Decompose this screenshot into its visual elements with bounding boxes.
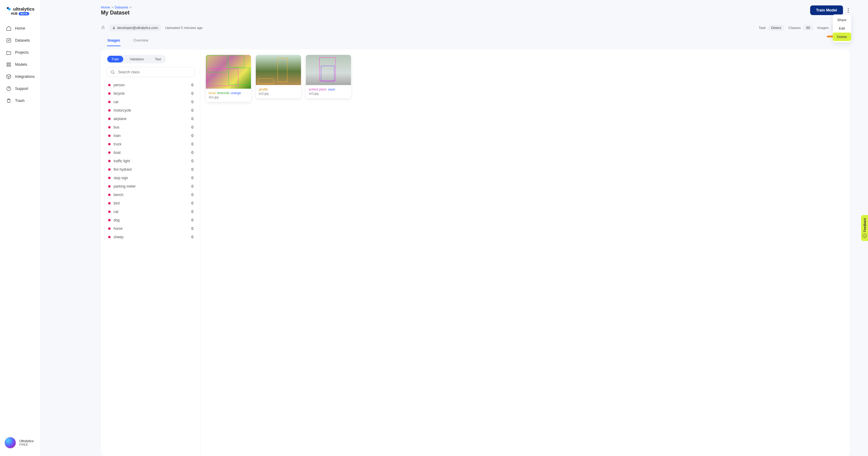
class-name: traffic light [114,159,130,163]
split-train[interactable]: Train [107,56,123,62]
class-row[interactable]: stop sign0 [106,174,195,182]
class-name: horse [114,227,123,231]
train-model-button[interactable]: Train Model [810,5,843,15]
class-row[interactable]: parking meter0 [106,182,195,191]
class-color-dot [108,101,111,103]
split-validation[interactable]: Validation [126,56,149,62]
class-row[interactable]: bench0 [106,191,195,199]
class-row[interactable]: motorcycle0 [106,106,195,115]
class-name: car [114,100,119,104]
image-filename: im3.jpg [309,92,348,95]
breadcrumb-home[interactable]: Home [101,5,110,9]
integrations-icon [6,74,11,79]
image-card-im3[interactable]: potted plant, vase im3.jpg [306,55,351,98]
class-row[interactable]: car0 [106,98,195,106]
class-row[interactable]: fire hydrant0 [106,165,195,174]
class-count: 0 [191,209,193,214]
class-row[interactable]: person0 [106,81,195,89]
class-row[interactable]: bus0 [106,123,195,132]
content-card: Train Validation Test person0bicycle0car… [101,50,850,456]
split-test[interactable]: Test [151,56,165,62]
more-menu-button[interactable] [847,6,850,15]
class-color-dot [108,135,111,137]
class-count: 0 [191,134,193,138]
breadcrumb-datasets[interactable]: Datasets [115,5,128,9]
class-name: train [114,134,121,138]
dropdown-share[interactable]: Share [833,16,851,24]
svg-point-9 [113,27,114,28]
image-card-im1[interactable]: bowl, broccoli, orange im1.jpg [206,55,251,102]
class-row[interactable]: bicycle0 [106,89,195,98]
class-name: fire hydrant [114,167,132,172]
images-label: Images [817,26,829,30]
svg-rect-6 [9,65,11,67]
owner-email: developer@ultralytics.com [117,26,158,30]
projects-icon [6,50,11,55]
feedback-tab[interactable]: Feedback ☺ [861,215,868,241]
image-card-im2[interactable]: giraffe im2.jpg [256,55,301,98]
class-name: bench [114,193,124,197]
class-search-input[interactable] [118,70,191,74]
class-row[interactable]: bird0 [106,199,195,207]
user-plan: FREE [19,443,34,446]
nav-models[interactable]: Models [2,59,38,70]
trash-icon [6,98,11,104]
sidebar-footer[interactable]: Ultralytics FREE [0,433,40,451]
user-icon [113,26,115,29]
tabs: Images Overview [101,36,850,47]
nav-support[interactable]: Support [2,83,38,94]
class-count: 0 [191,235,193,239]
nav-datasets-label: Datasets [15,38,30,42]
smile-icon: ☺ [863,234,867,238]
models-icon [6,62,11,67]
class-list[interactable]: person0bicycle0car0motorcycle0airplane0b… [106,81,195,451]
tab-images[interactable]: Images [107,36,121,46]
class-count: 0 [191,176,193,180]
class-row[interactable]: cat0 [106,207,195,216]
class-row[interactable]: truck0 [106,140,195,148]
image-thumb [206,55,251,89]
nav-home-label: Home [15,26,25,30]
main: Home > Datasets > My Dataset Train Model… [41,0,868,456]
class-count: 0 [191,159,193,163]
class-row[interactable]: traffic light0 [106,157,195,165]
class-row[interactable]: train0 [106,132,195,140]
class-count: 0 [191,184,193,189]
classes-label: Classes [788,26,801,30]
nav-trash[interactable]: Trash [2,95,38,107]
class-search[interactable] [106,67,195,77]
class-row[interactable]: airplane0 [106,115,195,123]
class-count: 0 [191,117,193,121]
logo[interactable]: ultralytics HUB BETA [0,5,40,23]
nav-datasets[interactable]: Datasets [2,35,38,46]
class-count: 0 [191,193,193,197]
image-filename: im1.jpg [209,95,248,99]
nav-integrations[interactable]: Integrations [2,71,38,82]
nav-projects[interactable]: Projects [2,47,38,58]
image-thumb [306,55,351,85]
class-count: 0 [191,142,193,146]
class-color-dot [108,92,111,95]
class-row[interactable]: boat0 [106,148,195,157]
nav-home[interactable]: Home [2,23,38,34]
dropdown-edit[interactable]: Edit [833,24,851,33]
tab-overview[interactable]: Overview [132,36,149,46]
task-label: Task [758,26,766,30]
class-count: 0 [191,100,193,104]
class-row[interactable]: sheep0 [106,233,195,241]
breadcrumb: Home > Datasets > [101,5,132,9]
dropdown-delete[interactable]: Delete [833,33,851,41]
class-color-dot [108,109,111,112]
class-row[interactable]: horse0 [106,224,195,233]
class-color-dot [108,236,111,238]
owner-pill[interactable]: developer@ultralytics.com [110,24,161,31]
class-name: boat [114,150,121,155]
class-count: 0 [191,108,193,113]
class-name: bicycle [114,91,125,95]
datasets-icon [6,38,11,43]
class-count: 0 [191,201,193,205]
class-row[interactable]: dog0 [106,216,195,224]
image-filename: im2.jpg [259,92,298,95]
class-name: sheep [114,235,124,239]
class-count: 0 [191,227,193,231]
